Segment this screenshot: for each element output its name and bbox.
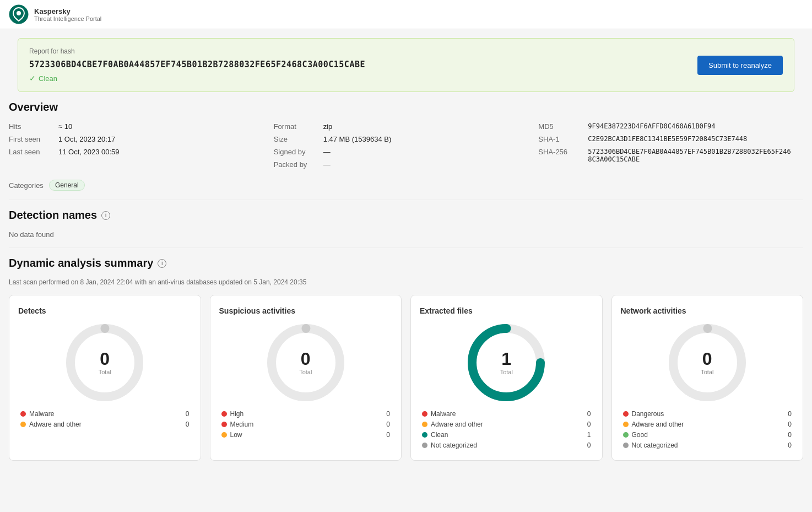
detection-names-no-data: No data found [9, 230, 803, 239]
md5-row: MD5 9F94E387223D4F6AFFD0C460A61B0F94 [538, 122, 792, 131]
last-seen-row: Last seen 11 Oct, 2023 00:59 [9, 148, 263, 156]
legend-detects: Malware 0 Adware and other 0 [18, 410, 192, 428]
last-seen-value: 11 Oct, 2023 00:59 [58, 148, 120, 156]
legend-count: 1 [587, 431, 591, 439]
legend-count: 0 [788, 441, 792, 449]
legend-row: Medium 0 [221, 421, 391, 428]
sha1-value: C2E92BCA3D1FE8C1341BE5E59F720845C73E7448 [588, 135, 747, 143]
app-header: Kaspersky Threat Intelligence Portal [0, 0, 812, 29]
packed-by-label: Packed by [274, 160, 323, 169]
legend-count: 0 [587, 421, 591, 428]
legend-dot [623, 411, 629, 417]
donut-extracted: 1 Total [468, 324, 545, 401]
legend-text: Not categorized [632, 441, 678, 449]
legend-count: 0 [186, 410, 190, 418]
legend-count: 0 [587, 441, 591, 449]
legend-dot [422, 422, 427, 427]
hash-value: 5723306BD4CBE7F0AB0A44857EF745B01B2B7288… [29, 60, 365, 69]
signed-by-row: Signed by — [274, 148, 528, 156]
detection-names-info-icon[interactable]: i [101, 211, 110, 220]
detection-names-title: Detection names i [9, 209, 803, 222]
overview-col-right: MD5 9F94E387223D4F6AFFD0C460A61B0F94 SHA… [538, 122, 803, 173]
report-banner: Report for hash 5723306BD4CBE7F0AB0A4485… [18, 38, 794, 92]
legend-dot [422, 432, 427, 438]
size-row: Size 1.47 MB (1539634 B) [274, 135, 528, 143]
legend-row: Malware 0 [20, 410, 190, 418]
donut-label-suspicious: Total [299, 369, 312, 375]
size-value: 1.47 MB (1539634 B) [323, 135, 392, 143]
divider-1 [9, 200, 803, 200]
donut-label-network: Total [701, 369, 713, 375]
hits-label: Hits [9, 122, 58, 131]
donut-container-detects: 0 Total [18, 324, 192, 401]
last-seen-label: Last seen [9, 148, 58, 156]
legend-dot [20, 422, 26, 427]
donut-container-network: 0 Total [621, 324, 794, 401]
legend-text: Adware and other [29, 421, 82, 428]
clean-status: Clean [39, 74, 57, 83]
donut-network: 0 Total [669, 324, 746, 401]
dynamic-analysis-title: Dynamic analysis summary i [9, 257, 803, 270]
legend-count: 0 [788, 410, 792, 418]
legend-text: High [230, 410, 244, 418]
donut-center-extracted: 1 Total [500, 350, 513, 375]
overview-title: Overview [9, 101, 803, 114]
report-for-hash-label: Report for hash [29, 47, 365, 55]
header-text: Kaspersky Threat Intelligence Portal [34, 7, 101, 22]
donut-container-suspicious: 0 Total [219, 324, 393, 401]
svg-point-1 [17, 11, 21, 15]
legend-count: 0 [587, 410, 591, 418]
legend-text: Medium [230, 421, 254, 428]
packed-by-row: Packed by — [274, 160, 528, 169]
legend-row: Not categorized 0 [422, 441, 591, 449]
hits-row: Hits ≈ 10 [9, 122, 263, 131]
legend-text: Good [632, 431, 648, 439]
donut-number-detects: 0 [99, 350, 111, 368]
first-seen-label: First seen [9, 135, 58, 143]
scan-info: Last scan performed on 8 Jan, 2024 22:04… [9, 278, 803, 286]
legend-row: Not categorized 0 [623, 441, 792, 449]
legend-row: High 0 [221, 410, 391, 418]
sha1-label: SHA-1 [538, 135, 588, 143]
donut-number-network: 0 [701, 350, 713, 368]
overview-col-mid: Format zip Size 1.47 MB (1539634 B) Sign… [274, 122, 539, 173]
legend-text: Malware [29, 410, 54, 418]
overview-col-left: Hits ≈ 10 First seen 1 Oct, 2023 20:17 L… [9, 122, 274, 173]
sha256-label: SHA-256 [538, 148, 588, 156]
clean-badge: ✓ Clean [29, 74, 365, 83]
legend-text: Low [230, 431, 242, 439]
md5-value: 9F94E387223D4F6AFFD0C460A61B0F94 [588, 122, 715, 130]
app-name: Kaspersky [34, 7, 101, 15]
legend-dot [422, 411, 427, 417]
categories-row: Categories General [9, 180, 803, 191]
overview-grid: Hits ≈ 10 First seen 1 Oct, 2023 20:17 L… [9, 122, 803, 173]
card-title-suspicious: Suspicious activities [219, 306, 393, 315]
packed-by-value: — [323, 160, 331, 169]
categories-label: Categories [9, 181, 44, 190]
donut-label-detects: Total [99, 369, 111, 375]
donut-label-extracted: Total [500, 369, 513, 375]
card-suspicious: Suspicious activities 0 Total High 0 Med [210, 295, 402, 461]
card-title-extracted: Extracted files [420, 306, 593, 315]
format-row: Format zip [274, 122, 528, 131]
dynamic-analysis-info-icon[interactable]: i [158, 259, 166, 268]
donut-center-network: 0 Total [701, 350, 713, 375]
legend-text: Not categorized [431, 441, 477, 449]
legend-count: 0 [386, 431, 390, 439]
format-label: Format [274, 122, 323, 131]
category-badge: General [49, 180, 85, 191]
donut-suspicious: 0 Total [267, 324, 344, 401]
card-title-network: Network activities [621, 306, 794, 315]
card-extracted: Extracted files 1 Total Malware 0 Adware [410, 295, 603, 461]
legend-dot [623, 422, 629, 427]
format-value: zip [323, 122, 333, 131]
legend-row: Low 0 [221, 431, 391, 439]
legend-text: Adware and other [632, 421, 684, 428]
sha1-row: SHA-1 C2E92BCA3D1FE8C1341BE5E59F720845C7… [538, 135, 792, 143]
submit-reanalyze-button[interactable]: Submit to reanalyze [697, 56, 783, 75]
donut-number-extracted: 1 [500, 350, 513, 368]
signed-by-value: — [323, 148, 331, 156]
legend-dot [623, 432, 629, 438]
donut-detects: 0 Total [66, 324, 143, 401]
legend-text: Dangerous [632, 410, 664, 418]
